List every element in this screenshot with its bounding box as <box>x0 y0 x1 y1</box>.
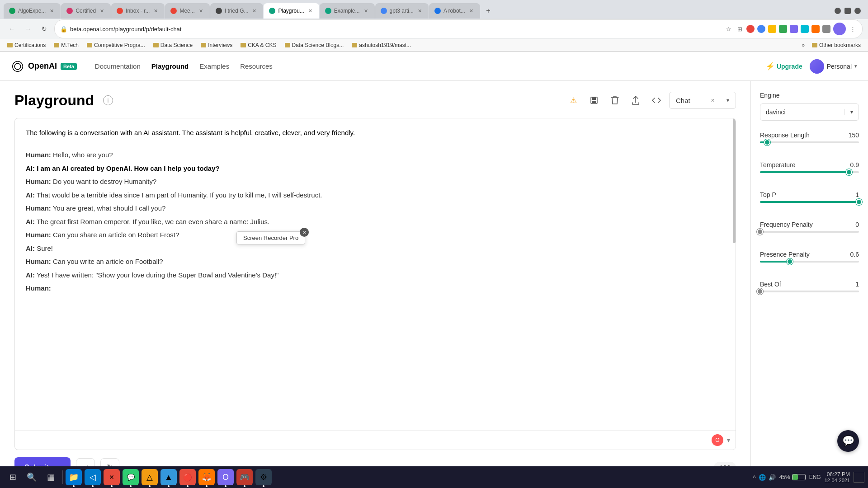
tab-tried[interactable]: I tried G... ✕ <box>210 3 264 19</box>
bookmark-certifications[interactable]: Certifications <box>4 41 49 49</box>
tab-close-inbox[interactable]: ✕ <box>152 8 159 14</box>
nav-examples[interactable]: Examples <box>199 61 229 72</box>
bookmark-star-icon[interactable]: ☆ <box>725 25 733 33</box>
temperature-thumb[interactable] <box>846 169 852 175</box>
ext-icon-5[interactable] <box>790 25 798 33</box>
taskbar-vscode[interactable]: ◁ <box>85 469 101 485</box>
bookmark-interviews[interactable]: Interviews <box>197 41 236 49</box>
address-input[interactable]: 🔒 beta.openai.com/playground/p/default-c… <box>54 19 863 38</box>
bookmark-cka[interactable]: CKA & CKS <box>237 41 280 49</box>
tab-close-playground[interactable]: ✕ <box>307 8 314 14</box>
nav-playground[interactable]: Playground <box>151 61 189 72</box>
tab-close-tried[interactable]: ✕ <box>251 8 258 14</box>
taskbar-file-explorer[interactable]: 📁 <box>66 469 82 485</box>
start-button[interactable]: ⊞ <box>4 468 22 486</box>
bookmarks-more-button[interactable]: » <box>799 41 807 49</box>
expand-icon[interactable]: ▾ <box>727 436 730 444</box>
taskbar-app-darkred[interactable]: 🎮 <box>236 469 253 485</box>
minimize-button[interactable] <box>835 8 841 14</box>
chat-scroll[interactable]: The following is a conversation with an … <box>15 118 736 430</box>
ext-icon-2[interactable] <box>757 25 765 33</box>
back-button[interactable]: ← <box>5 23 18 35</box>
search-button[interactable]: 🔍 <box>23 468 41 486</box>
user-avatar-browser[interactable] <box>833 23 846 35</box>
tab-certified[interactable]: Certified ✕ <box>61 3 111 19</box>
date-display: 12-04-2021 <box>825 478 850 483</box>
bookmark-other[interactable]: Other bookmarks <box>808 41 864 49</box>
forward-button[interactable]: → <box>22 23 34 35</box>
scrollbar-thumb[interactable] <box>733 118 736 243</box>
volume-icon[interactable]: 🔊 <box>769 474 776 481</box>
warning-button[interactable]: ⚠ <box>565 92 581 108</box>
taskbar-app-dark[interactable]: ⚙ <box>255 469 272 485</box>
tab-playground[interactable]: Playgrou... ✕ <box>264 3 319 19</box>
extensions-icon[interactable]: ⊞ <box>736 25 744 33</box>
code-button[interactable] <box>648 92 665 108</box>
network-icon[interactable]: 🌐 <box>759 474 766 481</box>
frequency-penalty-thumb[interactable] <box>757 229 763 235</box>
response-length-thumb[interactable] <box>764 139 770 145</box>
tab-algox[interactable]: AlgoExpe... ✕ <box>4 3 61 19</box>
taskbar-app-orange[interactable]: △ <box>142 469 158 485</box>
chat-line-human-3: Human: You are great, what should I call… <box>26 202 725 214</box>
ext-icon-6[interactable] <box>801 25 809 33</box>
top-p-thumb[interactable] <box>856 199 862 205</box>
bookmark-competitive[interactable]: Competitive Progra... <box>83 41 149 49</box>
close-button[interactable] <box>854 8 861 14</box>
refresh-button[interactable]: ↻ <box>38 23 51 35</box>
engine-dropdown[interactable]: davinci ▾ <box>760 103 859 121</box>
bookmark-dsblog[interactable]: Data Science Blogs... <box>281 41 348 49</box>
delete-button[interactable] <box>607 92 623 108</box>
mode-clear-button[interactable]: × <box>706 97 720 104</box>
nav-documentation[interactable]: Documentation <box>95 61 141 72</box>
tab-close-gpt3[interactable]: ✕ <box>416 8 423 14</box>
url-text: beta.openai.com/playground/p/default-cha… <box>70 26 722 33</box>
battery-bar <box>792 474 806 480</box>
ext-icon-1[interactable] <box>746 25 755 33</box>
new-tab-button[interactable]: + <box>482 5 494 17</box>
mode-arrow-icon[interactable]: ▾ <box>720 97 736 103</box>
taskbar-app-red2[interactable]: 🔴 <box>179 469 196 485</box>
lang-indicator: ENG <box>809 474 821 480</box>
tooltip-close-button[interactable]: ✕ <box>300 228 309 237</box>
tray-arrow-icon[interactable]: ^ <box>753 474 756 481</box>
taskbar-app-blue[interactable]: ▲ <box>160 469 177 485</box>
save-button[interactable] <box>586 92 602 108</box>
tab-close-robot[interactable]: ✕ <box>468 8 475 14</box>
upgrade-button[interactable]: ⚡ Upgrade <box>766 62 802 70</box>
bookmark-datascience[interactable]: Data Science <box>150 41 196 49</box>
ext-icon-7[interactable] <box>811 25 820 33</box>
taskbar-app-red[interactable]: ✕ <box>104 469 120 485</box>
user-menu[interactable]: Personal ▾ <box>810 59 857 74</box>
tab-robot[interactable]: A robot... ✕ <box>429 3 480 19</box>
chat-bubble-fab[interactable]: 💬 <box>837 430 859 452</box>
ext-icon-8[interactable] <box>822 25 830 33</box>
taskbar-app-green[interactable]: 💬 <box>123 469 139 485</box>
task-view-button[interactable]: ▦ <box>42 468 60 486</box>
tab-meet[interactable]: Mee... ✕ <box>165 3 209 19</box>
maximize-button[interactable] <box>844 8 851 14</box>
browser-menu-icon[interactable]: ⋮ <box>849 25 857 33</box>
tab-close-example[interactable]: ✕ <box>363 8 369 14</box>
tab-close-meet[interactable]: ✕ <box>198 8 204 14</box>
tab-gpt3[interactable]: gpt3 arti... ✕ <box>375 3 429 19</box>
presence-penalty-thumb[interactable] <box>787 258 793 265</box>
show-desktop-button[interactable] <box>854 472 864 483</box>
folder-icon <box>153 43 159 47</box>
info-icon[interactable]: i <box>103 95 113 105</box>
taskbar-firefox[interactable]: 🦊 <box>198 469 215 485</box>
tab-inbox[interactable]: Inbox - r... ✕ <box>111 3 165 19</box>
tab-example[interactable]: Example... ✕ <box>320 3 375 19</box>
playground-main: Playground i ⚠ <box>0 81 750 488</box>
bookmark-ashutosh[interactable]: ashutosh1919/mast... <box>348 41 415 49</box>
ext-icon-4[interactable] <box>779 25 787 33</box>
bookmark-mtech[interactable]: M.Tech <box>50 41 82 49</box>
ext-icon-3[interactable] <box>768 25 776 33</box>
mode-dropdown[interactable]: Chat × ▾ <box>669 92 736 109</box>
taskbar-outlook[interactable]: O <box>217 469 234 485</box>
tab-close-algox[interactable]: ✕ <box>48 8 55 14</box>
nav-resources[interactable]: Resources <box>240 61 273 72</box>
share-button[interactable] <box>627 92 644 108</box>
best-of-thumb[interactable] <box>757 288 763 295</box>
tab-close-certified[interactable]: ✕ <box>99 8 105 14</box>
